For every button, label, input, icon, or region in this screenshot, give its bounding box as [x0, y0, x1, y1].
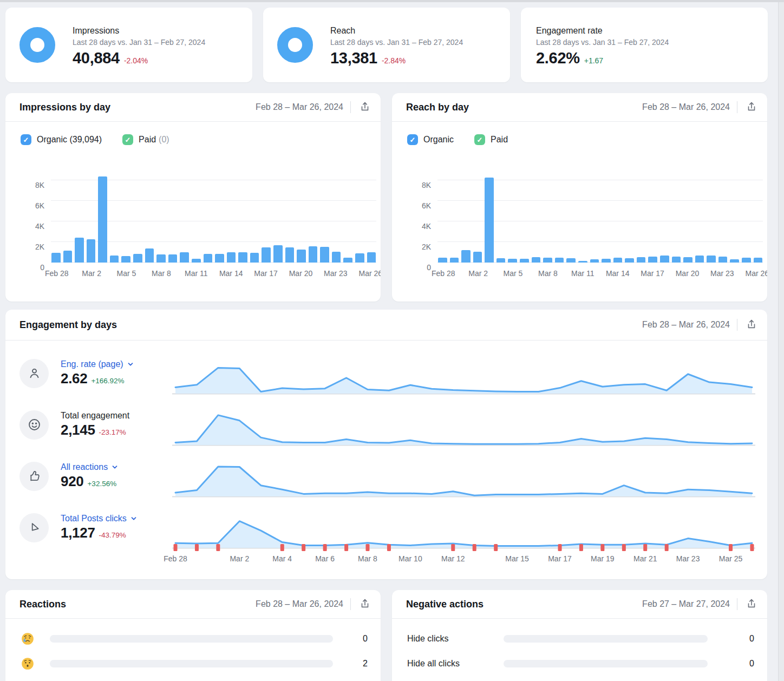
reaction-count: 0: [333, 634, 368, 644]
cursor-icon: [19, 513, 49, 542]
post-flag-icon[interactable]: [451, 544, 455, 551]
x-axis-tick-label: Mar 26: [358, 269, 381, 278]
kpi-value: 40,884: [73, 49, 120, 67]
engagement-metric-label-text: Total Posts clicks: [61, 514, 127, 523]
checkbox-checked-icon[interactable]: ✓: [21, 134, 31, 145]
bar-mar-7: [145, 248, 154, 263]
post-flag-icon[interactable]: [494, 544, 498, 551]
legend-paid-checkbox[interactable]: ✓ Paid (0): [122, 134, 169, 145]
scrollbar[interactable]: [778, 2, 784, 681]
divider: [737, 101, 737, 113]
sparkline-chart: [172, 409, 755, 450]
bar-mar-3: [485, 178, 494, 263]
engagement-metric-selector[interactable]: All reactions: [61, 462, 118, 472]
bar-mar-26: [754, 258, 763, 263]
smiley-icon: [19, 410, 49, 440]
bar-feb-29: [63, 251, 73, 263]
legend-organic-checkbox[interactable]: ✓ Organic: [407, 134, 454, 145]
engagement-delta: +32.56%: [87, 480, 116, 488]
engagement-row-total-posts-clicks: Total Posts clicks1,127-43.79%: [5, 502, 767, 553]
person-icon: [19, 359, 49, 388]
spark-line: [175, 368, 752, 391]
export-button[interactable]: [358, 100, 372, 115]
divider: [350, 101, 351, 113]
post-flag-icon[interactable]: [729, 544, 733, 551]
x-axis-tick-label: Mar 8: [358, 554, 377, 563]
x-axis-tick-label: Mar 20: [676, 269, 700, 278]
sparkline-container: [172, 502, 767, 553]
post-flag-icon[interactable]: [365, 544, 369, 551]
bar-mar-23: [332, 252, 341, 263]
post-flag-icon[interactable]: [600, 544, 604, 551]
panel-title: Engagement by days: [19, 319, 117, 331]
engagement-metric-selector[interactable]: Eng. rate (page): [61, 359, 134, 369]
date-range: Feb 28 – Mar 26, 2024: [256, 102, 343, 112]
x-axis-tick-label: Mar 2: [230, 554, 249, 563]
export-button[interactable]: [358, 597, 372, 612]
sparkline-chart: [172, 358, 755, 399]
bar-mar-14: [613, 258, 623, 263]
bar-mar-18: [660, 256, 669, 263]
post-flag-icon[interactable]: [323, 544, 327, 551]
bar-mar-22: [320, 247, 329, 263]
date-range: Feb 28 – Mar 26, 2024: [642, 102, 730, 112]
checkbox-checked-icon[interactable]: ✓: [474, 134, 485, 145]
negative-action-label: Hide all clicks: [407, 659, 504, 669]
post-flag-icon[interactable]: [579, 544, 583, 551]
post-flag-icon[interactable]: [622, 544, 626, 551]
x-axis-tick-label: Mar 15: [505, 554, 529, 563]
post-flag-icon[interactable]: [665, 544, 669, 551]
post-flag-icon[interactable]: [473, 544, 476, 551]
export-button[interactable]: [744, 597, 759, 612]
x-axis-tick-label: Mar 11: [185, 269, 208, 278]
bar-mar-19: [672, 257, 681, 263]
bar-mar-4: [496, 258, 506, 263]
post-flag-icon[interactable]: [344, 544, 348, 551]
post-flag-icon[interactable]: [280, 544, 284, 551]
checkbox-checked-icon[interactable]: ✓: [122, 134, 133, 145]
post-flag-icon[interactable]: [302, 544, 305, 551]
checkbox-checked-icon[interactable]: ✓: [407, 134, 418, 145]
panel-title: Impressions by day: [19, 102, 110, 113]
export-button[interactable]: [744, 317, 759, 333]
y-axis-tick-label: 2K: [21, 243, 44, 251]
sparkline-container: [172, 348, 767, 399]
post-flag-icon[interactable]: [750, 544, 754, 551]
bar-mar-13: [215, 254, 224, 263]
x-axis-tick-label: Mar 14: [606, 269, 630, 278]
legend-organic-checkbox[interactable]: ✓ Organic (39,094): [21, 134, 102, 145]
bar-mar-17: [648, 257, 657, 263]
post-flag-icon[interactable]: [216, 544, 220, 551]
legend-label: Paid: [491, 135, 508, 145]
post-flag-icon[interactable]: [558, 544, 562, 551]
engagement-metric-selector[interactable]: Total Posts clicks: [61, 514, 137, 523]
x-axis-tick-label: Mar 5: [504, 269, 523, 278]
x-axis-tick-label: Feb 28: [432, 269, 455, 278]
chevron-down-icon: [127, 361, 134, 368]
y-axis-tick-label: 4K: [21, 222, 44, 231]
bar-mar-21: [695, 256, 704, 263]
x-axis-tick-label: Mar 8: [538, 269, 558, 278]
x-axis-tick-label: Mar 11: [571, 269, 594, 278]
post-flag-icon[interactable]: [195, 544, 199, 551]
donut-icon: [19, 27, 55, 63]
legend-paid-checkbox[interactable]: ✓ Paid: [474, 134, 508, 145]
bar-mar-3: [98, 176, 107, 263]
engagement-value-row: 2,145-23.17%: [61, 422, 129, 438]
kpi-subtitle: Last 28 days vs. Jan 31 – Feb 27, 2024: [536, 38, 760, 47]
export-button[interactable]: [744, 100, 759, 115]
kpi-title: Reach: [330, 26, 502, 36]
reach-by-day-panel: Reach by day Feb 28 – Mar 26, 2024 ✓ Org…: [392, 93, 767, 302]
post-flag-icon[interactable]: [643, 544, 647, 551]
legend-label: Organic (39,094): [37, 135, 102, 145]
bar-feb-28: [438, 258, 447, 263]
post-flag-icon[interactable]: [174, 544, 178, 551]
bar-mar-22: [707, 256, 716, 263]
x-axis-tick-label: Mar 12: [441, 554, 465, 563]
post-flag-icon[interactable]: [387, 544, 391, 551]
engagement-metric-text: Eng. rate (page)2.62+166.92%: [61, 359, 134, 387]
bar-mar-16: [637, 257, 646, 263]
kpi-card-reach: Reach Last 28 days vs. Jan 31 – Feb 27, …: [263, 8, 510, 82]
negative-action-label: Hide clicks: [407, 634, 504, 644]
engagement-metric-label-text: Total engagement: [61, 411, 129, 421]
